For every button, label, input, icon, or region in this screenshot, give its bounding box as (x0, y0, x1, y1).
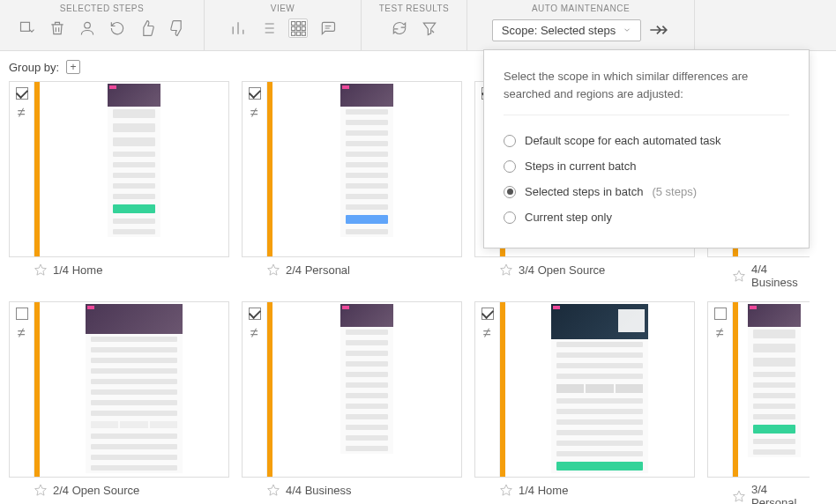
radio-icon (504, 211, 516, 224)
toolbar-section-selected: SELECTED STEPS (0, 0, 205, 50)
diff-icon: ≠ (250, 105, 258, 121)
card-controls: ≠ (10, 302, 34, 477)
thumbs-up-icon[interactable] (138, 19, 157, 38)
star-icon[interactable] (266, 483, 280, 497)
popover-description: Select the scope in which similar differ… (504, 68, 789, 115)
scope-option-label: Selected steps in batch (525, 185, 643, 198)
scope-option[interactable]: Steps in current batch (504, 153, 789, 179)
scope-option[interactable]: Default scope for each automated task (504, 128, 789, 153)
toolbar-label-auto: AUTO MAINTENANCE (532, 4, 630, 13)
step-card[interactable]: ≠2/4 Personal (242, 81, 462, 289)
select-dropdown-icon[interactable] (18, 19, 37, 38)
scope-option[interactable]: Selected steps in batch (5 steps) (504, 179, 789, 204)
trash-icon[interactable] (48, 19, 67, 38)
step-caption: 1/4 Home (519, 484, 568, 497)
step-checkbox[interactable] (481, 308, 494, 320)
toolbar-label-results: TEST RESULTS (379, 4, 450, 13)
scope-option-hint: (5 steps) (652, 185, 697, 198)
star-icon[interactable] (34, 263, 48, 277)
diff-icon: ≠ (18, 325, 26, 341)
radio-icon (504, 160, 516, 173)
step-card[interactable]: ≠4/4 Business (242, 301, 462, 504)
svg-rect-10 (302, 32, 305, 35)
scope-radio-list: Default scope for each automated taskSte… (504, 128, 789, 230)
scope-option-label: Current step only (525, 211, 612, 224)
add-group-button[interactable]: + (66, 60, 80, 74)
toolbar-label-view: VIEW (271, 4, 295, 13)
scope-option-label: Steps in current batch (525, 159, 636, 173)
svg-rect-2 (291, 22, 295, 26)
toolbar: SELECTED STEPS VIEW TEST RESULTS AUTO MA… (0, 0, 836, 51)
svg-rect-7 (302, 26, 305, 30)
step-card[interactable]: ≠3/4 Personal (707, 301, 810, 504)
toolbar-section-view: VIEW (205, 0, 362, 50)
step-caption: 2/4 Open Source (53, 484, 139, 497)
scope-option[interactable]: Current step only (504, 204, 789, 230)
step-caption: 2/4 Personal (286, 263, 350, 277)
step-caption: 3/4 Personal (751, 483, 810, 504)
star-icon[interactable] (499, 263, 513, 277)
chart-view-icon[interactable] (228, 19, 248, 38)
star-icon[interactable] (499, 483, 513, 497)
step-caption: 4/4 Business (286, 484, 351, 497)
scope-select-label: Scope: Selected steps (502, 24, 616, 37)
comment-view-icon[interactable] (318, 19, 338, 38)
filter-icon[interactable] (420, 19, 439, 38)
toolbar-section-empty (695, 0, 836, 50)
list-view-icon[interactable] (258, 19, 278, 38)
step-card[interactable]: ≠1/4 Home (474, 301, 695, 504)
step-checkbox[interactable] (249, 308, 261, 320)
step-caption: 1/4 Home (53, 263, 102, 277)
card-controls: ≠ (243, 302, 267, 477)
groupby-label: Group by: (9, 61, 59, 74)
step-thumbnail[interactable] (738, 302, 810, 477)
svg-rect-4 (302, 22, 305, 26)
step-card[interactable]: ≠2/4 Open Source (9, 301, 229, 504)
card-controls: ≠ (10, 82, 34, 256)
step-checkbox[interactable] (714, 308, 727, 320)
step-checkbox[interactable] (249, 87, 261, 100)
svg-rect-5 (291, 26, 295, 30)
diff-icon: ≠ (18, 105, 26, 121)
svg-rect-3 (296, 22, 300, 26)
toolbar-section-auto: AUTO MAINTENANCE Scope: Selected steps (467, 0, 695, 50)
step-thumbnail[interactable] (40, 82, 228, 256)
toolbar-label-selected: SELECTED STEPS (60, 4, 144, 13)
card-controls: ≠ (243, 82, 267, 256)
undo-icon[interactable] (108, 19, 127, 38)
step-thumbnail[interactable] (505, 302, 694, 477)
apply-all-icon[interactable] (646, 19, 669, 41)
diff-icon: ≠ (716, 325, 724, 341)
step-card[interactable]: ≠1/4 Home (9, 81, 229, 289)
step-checkbox[interactable] (16, 308, 28, 320)
svg-point-1 (84, 22, 90, 28)
svg-rect-6 (296, 26, 300, 30)
user-icon[interactable] (78, 19, 97, 38)
svg-rect-9 (296, 32, 300, 35)
chevron-down-icon (623, 26, 631, 34)
card-controls: ≠ (475, 302, 500, 477)
thumbs-down-icon[interactable] (168, 19, 187, 38)
radio-icon (504, 186, 516, 198)
step-thumbnail[interactable] (272, 302, 461, 477)
diff-icon: ≠ (250, 325, 258, 341)
refresh-icon[interactable] (390, 19, 409, 38)
step-thumbnail[interactable] (40, 302, 228, 477)
star-icon[interactable] (732, 269, 746, 283)
svg-rect-0 (20, 22, 29, 31)
step-checkbox[interactable] (16, 87, 28, 100)
scope-select-button[interactable]: Scope: Selected steps (492, 19, 641, 41)
svg-rect-8 (291, 32, 295, 35)
step-caption: 4/4 Business (751, 263, 810, 289)
step-caption: 3/4 Open Source (519, 263, 605, 277)
star-icon[interactable] (34, 483, 48, 497)
toolbar-section-results: TEST RESULTS (362, 0, 467, 50)
star-icon[interactable] (266, 263, 280, 277)
radio-icon (504, 135, 516, 147)
card-controls: ≠ (708, 302, 733, 477)
grid-view-icon[interactable] (288, 19, 308, 38)
step-thumbnail[interactable] (272, 82, 461, 256)
scope-option-label: Default scope for each automated task (525, 134, 721, 147)
star-icon[interactable] (732, 489, 746, 503)
diff-icon: ≠ (483, 325, 491, 341)
